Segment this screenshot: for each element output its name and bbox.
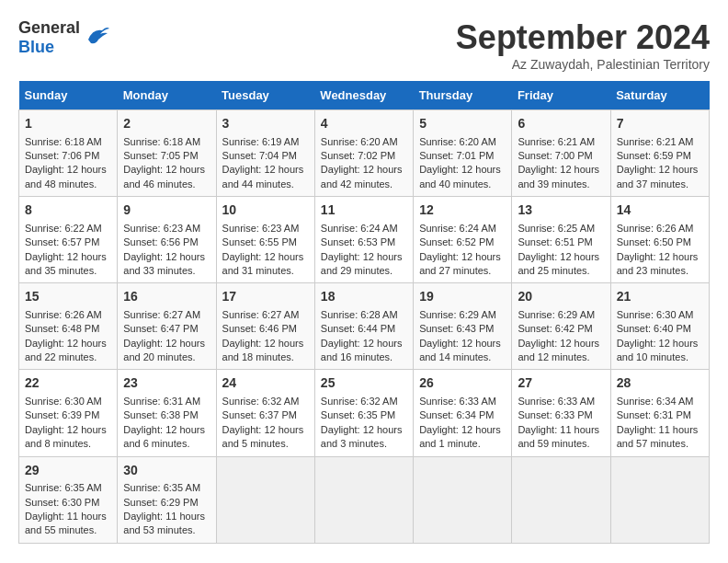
- sunset-text: Sunset: 6:29 PM: [123, 497, 198, 508]
- sunrise-text: Sunrise: 6:28 AM: [321, 309, 398, 320]
- calendar-table: SundayMondayTuesdayWednesdayThursdayFrid…: [18, 81, 710, 544]
- daylight-text: Daylight: 12 hours and 10 minutes.: [617, 338, 699, 362]
- calendar-cell: 20 Sunrise: 6:29 AM Sunset: 6:42 PM Dayl…: [512, 283, 610, 370]
- sunset-text: Sunset: 7:06 PM: [25, 150, 99, 161]
- daylight-text: Daylight: 12 hours and 25 minutes.: [518, 251, 599, 276]
- daylight-text: Daylight: 12 hours and 8 minutes.: [25, 424, 107, 449]
- sunrise-text: Sunrise: 6:29 AM: [419, 309, 496, 320]
- day-number: 30: [123, 462, 210, 480]
- day-number: 10: [222, 201, 309, 220]
- day-number: 3: [222, 115, 309, 133]
- day-number: 26: [419, 374, 506, 393]
- sunrise-text: Sunrise: 6:20 AM: [321, 136, 398, 147]
- sunrise-text: Sunrise: 6:30 AM: [25, 396, 102, 407]
- daylight-text: Daylight: 12 hours and 44 minutes.: [222, 164, 304, 189]
- daylight-text: Daylight: 11 hours and 53 minutes.: [123, 511, 205, 535]
- sunset-text: Sunset: 6:53 PM: [321, 236, 395, 247]
- daylight-text: Daylight: 11 hours and 55 minutes.: [25, 511, 107, 535]
- calendar-cell: 13 Sunrise: 6:25 AM Sunset: 6:51 PM Dayl…: [512, 197, 610, 283]
- sunrise-text: Sunrise: 6:32 AM: [222, 396, 300, 407]
- calendar-cell: 25 Sunrise: 6:32 AM Sunset: 6:35 PM Dayl…: [314, 370, 413, 456]
- day-header-sunday: Sunday: [19, 81, 118, 110]
- daylight-text: Daylight: 12 hours and 23 minutes.: [617, 251, 699, 276]
- sunset-text: Sunset: 7:04 PM: [222, 150, 297, 161]
- calendar-cell: 16 Sunrise: 6:27 AM Sunset: 6:47 PM Dayl…: [118, 283, 216, 370]
- sunrise-text: Sunrise: 6:23 AM: [123, 223, 200, 234]
- day-number: 6: [518, 115, 604, 133]
- calendar-cell: 19 Sunrise: 6:29 AM Sunset: 6:43 PM Dayl…: [414, 283, 512, 370]
- calendar-cell: 14 Sunrise: 6:26 AM Sunset: 6:50 PM Dayl…: [610, 197, 709, 283]
- calendar-cell: 3 Sunrise: 6:19 AM Sunset: 7:04 PM Dayli…: [216, 110, 314, 197]
- calendar-cell: [414, 456, 512, 543]
- daylight-text: Daylight: 12 hours and 40 minutes.: [419, 164, 501, 189]
- day-number: 4: [321, 115, 407, 133]
- sunset-text: Sunset: 6:37 PM: [222, 409, 297, 420]
- calendar-cell: 12 Sunrise: 6:24 AM Sunset: 6:52 PM Dayl…: [414, 197, 512, 283]
- day-number: 9: [123, 201, 210, 220]
- daylight-text: Daylight: 12 hours and 27 minutes.: [419, 251, 501, 276]
- day-number: 24: [222, 374, 309, 393]
- calendar-cell: 9 Sunrise: 6:23 AM Sunset: 6:56 PM Dayli…: [118, 197, 216, 283]
- week-row-5: 29 Sunrise: 6:35 AM Sunset: 6:30 PM Dayl…: [19, 456, 710, 543]
- daylight-text: Daylight: 12 hours and 5 minutes.: [222, 424, 304, 449]
- sunrise-text: Sunrise: 6:35 AM: [123, 482, 200, 493]
- calendar-cell: 2 Sunrise: 6:18 AM Sunset: 7:05 PM Dayli…: [118, 110, 216, 197]
- calendar-cell: 10 Sunrise: 6:23 AM Sunset: 6:55 PM Dayl…: [216, 197, 314, 283]
- sunset-text: Sunset: 6:39 PM: [25, 409, 99, 420]
- logo-general: General: [18, 18, 80, 37]
- calendar-cell: 18 Sunrise: 6:28 AM Sunset: 6:44 PM Dayl…: [314, 283, 413, 370]
- sunset-text: Sunset: 6:56 PM: [123, 236, 198, 247]
- day-header-tuesday: Tuesday: [216, 81, 314, 110]
- daylight-text: Daylight: 11 hours and 57 minutes.: [617, 424, 699, 449]
- sunset-text: Sunset: 6:55 PM: [222, 236, 297, 247]
- daylight-text: Daylight: 12 hours and 14 minutes.: [419, 338, 501, 362]
- day-number: 18: [321, 288, 407, 306]
- week-row-2: 8 Sunrise: 6:22 AM Sunset: 6:57 PM Dayli…: [19, 197, 710, 283]
- calendar-cell: 30 Sunrise: 6:35 AM Sunset: 6:29 PM Dayl…: [118, 456, 216, 543]
- sunrise-text: Sunrise: 6:22 AM: [25, 223, 102, 234]
- calendar-cell: 5 Sunrise: 6:20 AM Sunset: 7:01 PM Dayli…: [414, 110, 512, 197]
- daylight-text: Daylight: 12 hours and 12 minutes.: [518, 338, 599, 362]
- sunset-text: Sunset: 6:57 PM: [25, 236, 99, 247]
- daylight-text: Daylight: 11 hours and 59 minutes.: [518, 424, 599, 449]
- day-number: 27: [518, 374, 604, 393]
- day-number: 12: [419, 201, 506, 220]
- calendar-cell: 22 Sunrise: 6:30 AM Sunset: 6:39 PM Dayl…: [19, 370, 118, 456]
- sunrise-text: Sunrise: 6:25 AM: [518, 223, 595, 234]
- calendar-cell: [314, 456, 413, 543]
- sunrise-text: Sunrise: 6:33 AM: [419, 396, 496, 407]
- daylight-text: Daylight: 12 hours and 22 minutes.: [25, 338, 107, 362]
- sunrise-text: Sunrise: 6:24 AM: [419, 223, 496, 234]
- daylight-text: Daylight: 12 hours and 42 minutes.: [321, 164, 403, 189]
- day-number: 16: [123, 288, 210, 306]
- calendar-cell: 21 Sunrise: 6:30 AM Sunset: 6:40 PM Dayl…: [610, 283, 709, 370]
- sunset-text: Sunset: 6:43 PM: [419, 323, 494, 334]
- daylight-text: Daylight: 12 hours and 29 minutes.: [321, 251, 403, 276]
- day-number: 17: [222, 288, 309, 306]
- sunset-text: Sunset: 7:02 PM: [321, 150, 395, 161]
- page-title: September 2024: [456, 18, 710, 57]
- sunset-text: Sunset: 6:51 PM: [518, 236, 592, 247]
- daylight-text: Daylight: 12 hours and 1 minute.: [419, 424, 501, 449]
- sunrise-text: Sunrise: 6:21 AM: [617, 136, 694, 147]
- week-row-4: 22 Sunrise: 6:30 AM Sunset: 6:39 PM Dayl…: [19, 370, 710, 456]
- sunset-text: Sunset: 6:52 PM: [419, 236, 494, 247]
- daylight-text: Daylight: 12 hours and 18 minutes.: [222, 338, 304, 362]
- sunset-text: Sunset: 6:40 PM: [617, 323, 691, 334]
- sunrise-text: Sunrise: 6:27 AM: [222, 309, 300, 320]
- calendar-cell: 11 Sunrise: 6:24 AM Sunset: 6:53 PM Dayl…: [314, 197, 413, 283]
- calendar-cell: [216, 456, 314, 543]
- calendar-cell: [610, 456, 709, 543]
- sunrise-text: Sunrise: 6:21 AM: [518, 136, 595, 147]
- day-number: 20: [518, 288, 604, 306]
- page-subtitle: Az Zuwaydah, Palestinian Territory: [456, 57, 710, 72]
- sunrise-text: Sunrise: 6:26 AM: [617, 223, 694, 234]
- week-row-1: 1 Sunrise: 6:18 AM Sunset: 7:06 PM Dayli…: [19, 110, 710, 197]
- day-header-thursday: Thursday: [414, 81, 512, 110]
- sunset-text: Sunset: 6:33 PM: [518, 409, 592, 420]
- day-number: 19: [419, 288, 506, 306]
- day-number: 5: [419, 115, 506, 133]
- sunset-text: Sunset: 6:50 PM: [617, 236, 691, 247]
- daylight-text: Daylight: 12 hours and 37 minutes.: [617, 164, 699, 189]
- sunset-text: Sunset: 6:59 PM: [617, 150, 691, 161]
